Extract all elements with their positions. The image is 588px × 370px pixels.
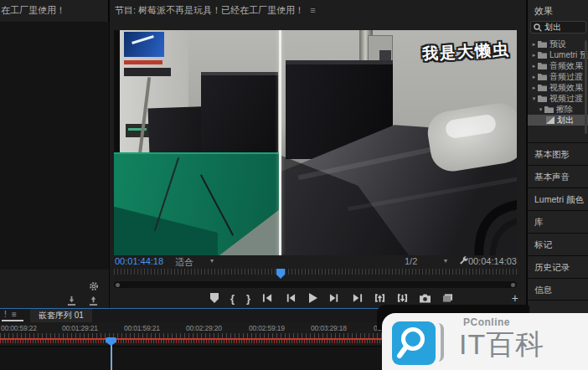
program-monitor-panel: 节目: 树莓派不再是玩具！已经在工厂里使用！≡ <box>110 0 526 308</box>
chevron-right-icon[interactable]: ▸ <box>530 74 538 80</box>
tree-item-label: 视频效果 <box>549 82 583 93</box>
button-editor-plus-button[interactable]: + <box>512 291 518 305</box>
export-frame-camera-button[interactable] <box>420 294 431 303</box>
video-left-scene <box>114 30 280 255</box>
tab-underline <box>2 320 23 321</box>
effects-scrollbar[interactable] <box>585 40 587 134</box>
tree-item-label: Lumetri 预设 <box>549 49 588 60</box>
cabinet-blue-screen <box>124 32 164 57</box>
panel-menu-icon[interactable]: ≡ <box>310 5 315 15</box>
tree-item-label: 音频效果 <box>549 60 583 71</box>
tab-essential-graphics[interactable]: 基本图形 <box>528 142 588 165</box>
watermark-product-text: IT百科 <box>459 326 544 364</box>
sequence-duration-timecode: 00:04:14:03 <box>468 256 517 266</box>
tree-item-label: 划出 <box>557 115 574 126</box>
effects-panel-title: 效果 <box>528 0 588 18</box>
folder-icon <box>538 84 547 91</box>
mark-out-button[interactable]: } <box>246 292 250 305</box>
ruler-timecode: 00:02:59:19 <box>249 324 285 332</box>
tree-item-wipe-out-selected[interactable]: 划出 <box>528 115 588 126</box>
chevron-right-icon[interactable]: ▸ <box>530 63 538 69</box>
tree-item-label: 擦除 <box>556 104 573 115</box>
add-marker-button[interactable] <box>210 293 219 303</box>
folder-icon <box>544 105 554 113</box>
chevron-right-icon[interactable]: ▸ <box>530 85 538 91</box>
insert-button[interactable] <box>67 294 76 309</box>
timeline-playhead-line <box>111 344 112 370</box>
folder-icon <box>538 40 547 48</box>
ruler-timecode: 00:01:59:21 <box>124 324 160 332</box>
step-forward-button[interactable] <box>329 293 340 303</box>
tree-item-audio-effects[interactable]: ▸ 音频效果 <box>528 60 588 71</box>
chevron-right-icon[interactable]: ▸ <box>530 52 538 59</box>
lift-button[interactable] <box>374 293 385 303</box>
scrollbar-right-handle[interactable] <box>511 283 515 287</box>
monitor-scrollbar[interactable] <box>114 281 517 288</box>
ruler-timecode: 00:02:29:20 <box>186 324 222 332</box>
premiere-app-window: 在工厂里使用！ 节目: 树莓派不再是玩具！已经在工厂里使用！≡ <box>0 0 588 370</box>
panel-tab-stack: 基本图形 基本声音 Lumetri 颜色 库 标记 历史记录 信息 <box>528 142 588 301</box>
program-monitor-title: 节目: 树莓派不再是玩具！已经在工厂里使用！ <box>115 5 304 15</box>
transport-controls: { } + <box>110 290 526 306</box>
go-to-in-button[interactable] <box>262 293 273 303</box>
ruler-timecode: 00:00:59:22 <box>1 324 37 332</box>
search-icon <box>534 23 542 32</box>
panel-menu-icon[interactable]: ≡ <box>12 310 17 319</box>
tree-item-label: 预设 <box>549 39 566 49</box>
mark-in-button[interactable]: { <box>230 292 235 305</box>
monitor-time-ruler[interactable] <box>114 269 517 280</box>
tab-nested-sequence[interactable]: 嵌套序列 01 <box>30 309 92 322</box>
cabinet-red-stripe <box>124 60 162 64</box>
monitor-playhead[interactable] <box>276 269 285 279</box>
watermark-card: PConline IT百科 <box>382 313 588 370</box>
settings-gear-icon[interactable] <box>89 280 99 295</box>
tab-libraries[interactable]: 库 <box>528 210 588 233</box>
tree-item-video-transitions[interactable]: ▾ 视频过渡 <box>528 93 588 104</box>
extract-button[interactable] <box>397 293 408 303</box>
tree-item-presets[interactable]: ▸ 预设 <box>528 39 588 49</box>
playback-resolution-dropdown[interactable]: 1/2 <box>405 256 417 266</box>
chevron-down-icon[interactable]: ▾ <box>537 106 544 113</box>
tree-item-video-effects[interactable]: ▸ 视频效果 <box>528 82 588 93</box>
overwrite-button[interactable] <box>89 294 98 309</box>
current-timecode[interactable]: 00:01:44:18 <box>115 256 163 266</box>
effects-tree: ▸ 预设 ▸ Lumetri 预设 ▸ 音频效果 ▸ 音频过渡 ▸ <box>528 39 588 126</box>
scrollbar-left-handle[interactable] <box>116 283 120 287</box>
comparison-view-button[interactable] <box>442 293 453 303</box>
chevron-down-icon[interactable]: ▾ <box>444 257 447 265</box>
folder-icon <box>538 73 547 80</box>
play-button[interactable] <box>307 293 317 303</box>
step-back-button[interactable] <box>285 293 296 303</box>
transition-icon <box>546 116 554 124</box>
effects-search-value: 划出 <box>544 22 561 33</box>
tree-item-audio-transitions[interactable]: ▸ 音频过渡 <box>528 71 588 82</box>
cabinet-vent <box>124 68 171 76</box>
folder-icon <box>538 62 547 69</box>
magnifier-logo-icon <box>392 321 436 365</box>
video-right-scene: 我是大懒虫 <box>281 30 517 255</box>
video-caption-overlay: 我是大懒虫 <box>421 39 510 64</box>
tab-history[interactable]: 历史记录 <box>528 255 588 278</box>
tree-item-lumetri-presets[interactable]: ▸ Lumetri 预设 <box>528 49 588 60</box>
chevron-down-icon[interactable]: ▾ <box>530 95 538 102</box>
folder-icon <box>538 51 547 59</box>
ruler-timecode: 00:01:29:21 <box>62 324 98 332</box>
ruler-timecode: 00:03:29:18 <box>311 324 347 332</box>
tab-essential-sound[interactable]: 基本声音 <box>528 165 588 188</box>
source-monitor-header: 在工厂里使用！ <box>0 0 108 22</box>
tab-info[interactable]: 信息 <box>528 278 588 301</box>
zoom-fit-dropdown[interactable]: 适合 <box>175 256 193 269</box>
folder-icon <box>538 95 547 102</box>
go-to-out-button[interactable] <box>352 293 363 303</box>
monitor-status-row: 00:01:44:18 适合 ▾ 1/2 ▾ 00:04:14:03 <box>110 255 526 269</box>
source-monitor-panel: 在工厂里使用！ <box>0 0 109 308</box>
tab-lumetri-color[interactable]: Lumetri 颜色 <box>528 188 588 210</box>
chevron-down-icon[interactable]: ▾ <box>210 257 214 265</box>
source-monitor-title: 在工厂里使用！ <box>1 5 65 15</box>
chevron-right-icon[interactable]: ▸ <box>530 41 538 48</box>
effects-search-input[interactable]: 划出 <box>530 21 586 33</box>
tree-item-wipe-folder[interactable]: ▾ 擦除 <box>528 104 588 115</box>
tree-item-label: 视频过渡 <box>549 93 583 104</box>
timeline-playhead[interactable] <box>106 337 116 346</box>
tab-markers[interactable]: 标记 <box>528 233 588 255</box>
